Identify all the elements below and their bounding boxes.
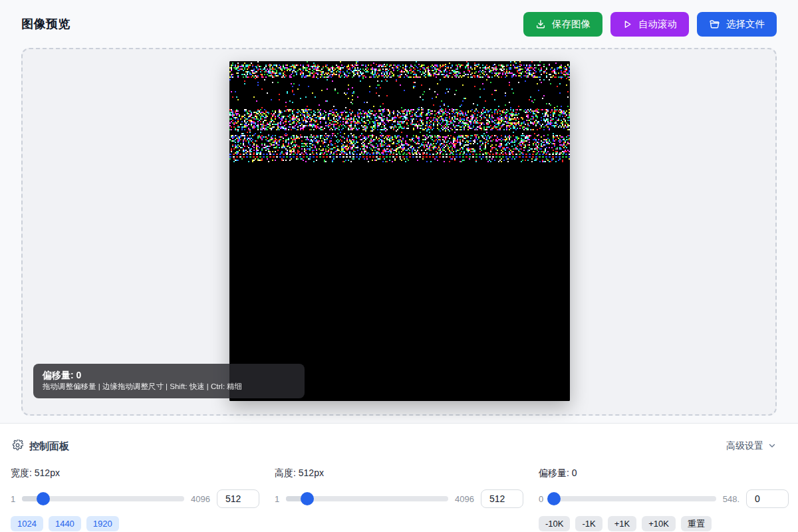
control-panel-header: 控制面板 高级设置: [0, 434, 798, 458]
hud-offset-value: 偏移量: 0: [43, 369, 295, 381]
width-preset-1440[interactable]: 1440: [49, 516, 81, 531]
control-panel: 控制面板 高级设置 宽度: 512px 1 4096 1024 144: [0, 423, 798, 532]
offset-input[interactable]: [746, 489, 789, 508]
offset-slider[interactable]: [550, 492, 716, 505]
width-label: 宽度: 512px: [11, 467, 259, 479]
folder-icon: [709, 19, 720, 30]
width-preset-1024[interactable]: 1024: [11, 516, 43, 531]
advanced-settings-label: 高级设置: [726, 440, 763, 452]
offset-hud-tooltip: 偏移量: 0 拖动调整偏移量 | 边缘拖动调整尺寸 | Shift: 快速 | …: [33, 364, 305, 398]
offset-control-group: 偏移量: 0 0 548. -10K -1K +1K +10K 重置: [539, 467, 789, 531]
save-image-label: 保存图像: [552, 18, 591, 31]
width-min-label: 1: [11, 494, 15, 504]
height-control-group: 高度: 512px 1 4096: [275, 467, 523, 508]
height-slider[interactable]: [286, 492, 448, 505]
width-control-group: 宽度: 512px 1 4096 1024 1440 1920: [11, 467, 259, 531]
offset-step-plus-10k[interactable]: +10K: [642, 516, 676, 531]
image-preview-dropzone[interactable]: 偏移量: 0 拖动调整偏移量 | 边缘拖动调整尺寸 | Shift: 快速 | …: [21, 48, 777, 416]
control-panel-title: 控制面板: [29, 440, 69, 453]
width-slider-thumb[interactable]: [37, 492, 50, 505]
preview-image-canvas[interactable]: [229, 61, 570, 401]
auto-scroll-label: 自动滚动: [638, 18, 677, 31]
height-label: 高度: 512px: [275, 467, 523, 479]
height-max-label: 4096: [455, 494, 474, 504]
offset-max-label: 548.: [723, 494, 739, 504]
page-title: 图像预览: [21, 16, 70, 32]
width-slider[interactable]: [22, 492, 184, 505]
download-icon: [535, 19, 546, 29]
gear-icon: [12, 440, 23, 454]
offset-reset-button[interactable]: 重置: [681, 516, 712, 531]
choose-file-button[interactable]: 选择文件: [697, 12, 777, 37]
advanced-settings-toggle[interactable]: 高级设置: [726, 440, 777, 452]
offset-slider-track[interactable]: [550, 496, 716, 501]
save-image-button[interactable]: 保存图像: [523, 12, 602, 37]
choose-file-label: 选择文件: [726, 18, 765, 31]
height-slider-thumb[interactable]: [301, 492, 314, 505]
offset-step-minus-10k[interactable]: -10K: [539, 516, 570, 531]
header-actions: 保存图像 自动滚动 选择文件: [523, 12, 777, 37]
auto-scroll-button[interactable]: 自动滚动: [610, 12, 689, 37]
play-icon: [622, 19, 632, 29]
width-max-label: 4096: [191, 494, 210, 504]
width-preset-1920[interactable]: 1920: [86, 516, 119, 531]
width-input[interactable]: [217, 489, 259, 508]
app-header: 图像预览 保存图像 自动滚动: [0, 0, 798, 48]
hud-hint-text: 拖动调整偏移量 | 边缘拖动调整尺寸 | Shift: 快速 | Ctrl: 精…: [43, 381, 295, 392]
offset-min-label: 0: [539, 494, 543, 504]
chevron-down-icon: [767, 441, 777, 452]
offset-step-minus-1k[interactable]: -1K: [575, 516, 602, 531]
height-min-label: 1: [275, 494, 279, 504]
offset-step-plus-1k[interactable]: +1K: [608, 516, 637, 531]
height-input[interactable]: [481, 489, 523, 508]
offset-slider-thumb[interactable]: [547, 492, 561, 505]
offset-label: 偏移量: 0: [539, 467, 789, 479]
